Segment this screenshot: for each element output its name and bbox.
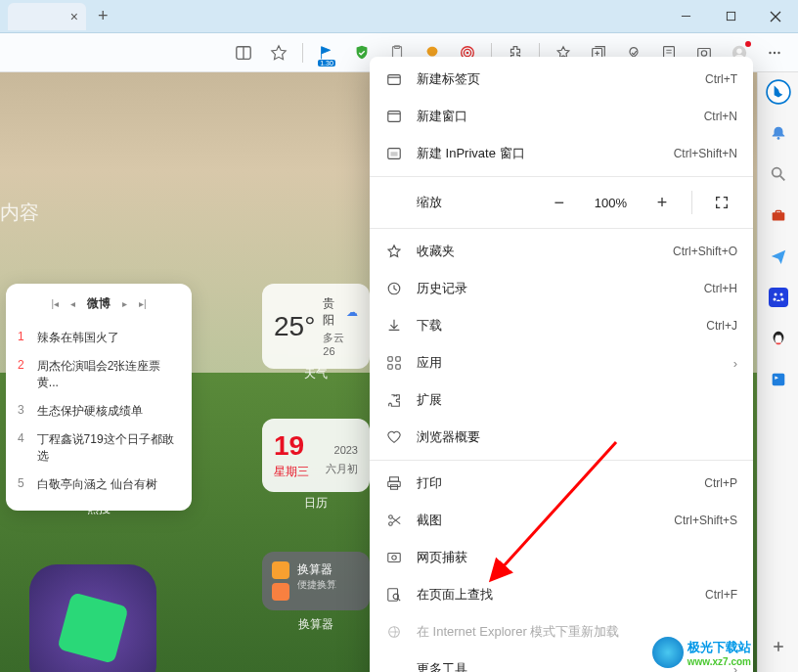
weibo-title: 微博 — [87, 295, 111, 312]
menu-find[interactable]: 在页面上查找 Ctrl+F — [370, 576, 753, 613]
menu-screenshot[interactable]: 截图 Ctrl+Shift+S — [370, 502, 753, 539]
menu-browser-essentials[interactable]: 浏览器概要 — [370, 419, 753, 456]
new-tab-button[interactable]: + — [98, 6, 109, 26]
date-lunar: 六月初 — [326, 462, 358, 476]
svg-point-60 — [392, 556, 396, 560]
svg-rect-50 — [388, 357, 392, 361]
minimize-button[interactable] — [663, 0, 708, 33]
send-icon[interactable] — [765, 243, 792, 270]
zoom-value: 100% — [595, 196, 627, 210]
menu-favorites[interactable]: 收藏夹 Ctrl+Shift+O — [370, 233, 753, 270]
flag-icon[interactable]: 1.30 — [311, 37, 342, 68]
baidu-icon[interactable] — [765, 284, 792, 311]
browser-tab[interactable]: × — [8, 3, 86, 30]
svg-rect-45 — [388, 112, 400, 122]
date-week: 星期三 — [274, 465, 309, 478]
zoom-out-button[interactable]: − — [544, 187, 575, 218]
menu-new-window[interactable]: 新建窗口 Ctrl+N — [370, 98, 753, 135]
svg-rect-48 — [390, 152, 397, 156]
svg-point-19 — [701, 50, 706, 55]
svg-point-26 — [776, 137, 779, 140]
prev-icon[interactable]: |◂ — [51, 298, 59, 309]
menu-extensions[interactable]: 扩展 — [370, 381, 753, 419]
history-icon — [385, 280, 403, 297]
list-item[interactable]: 1辣条在韩国火了 — [18, 324, 180, 352]
svg-point-21 — [736, 48, 741, 53]
bell-icon[interactable] — [765, 119, 792, 147]
converter-label: 换算器 — [262, 616, 370, 633]
menu-apps[interactable]: 应用 › — [370, 344, 753, 381]
capture-icon — [385, 549, 403, 566]
date-day: 19 — [274, 430, 304, 461]
app-icon[interactable] — [29, 564, 156, 672]
add-sidebar-icon[interactable] — [765, 633, 792, 660]
list-item[interactable]: 4丁程鑫说719这个日子都敢选 — [18, 426, 180, 470]
bing-icon[interactable] — [765, 78, 792, 106]
maximize-button[interactable] — [708, 0, 753, 33]
svg-rect-51 — [396, 357, 400, 361]
svg-point-24 — [777, 51, 779, 53]
qq-icon[interactable] — [765, 325, 792, 352]
weather-desc: 多云 26 — [323, 331, 358, 357]
edge-sidebar — [757, 72, 798, 672]
next-icon[interactable]: ▸| — [139, 298, 147, 309]
svg-point-57 — [389, 515, 393, 519]
svg-rect-59 — [388, 554, 400, 562]
close-window-button[interactable] — [753, 0, 798, 33]
puzzle-icon — [385, 391, 403, 409]
weather-location: 贵阳☁ — [323, 295, 358, 329]
zoom-label: 缩放 — [385, 194, 530, 211]
svg-point-22 — [769, 51, 771, 53]
fullscreen-button[interactable] — [706, 187, 737, 218]
list-item[interactable]: 3生态保护硬核成绩单 — [18, 397, 180, 426]
heart-pulse-icon — [385, 428, 403, 446]
svg-rect-40 — [772, 374, 784, 386]
list-item[interactable]: 2周杰伦演唱会2张连座票黄... — [18, 352, 180, 397]
converter-title: 换算器 — [297, 561, 336, 578]
svg-point-58 — [389, 522, 393, 526]
svg-point-38 — [776, 335, 777, 336]
close-icon[interactable]: × — [70, 9, 78, 24]
search-placeholder: 内容 — [0, 200, 39, 226]
settings-menu: 新建标签页 Ctrl+T 新建窗口 Ctrl+N 新建 InPrivate 窗口… — [370, 57, 753, 672]
weather-label: 天气 — [262, 366, 370, 382]
briefcase-icon[interactable] — [765, 202, 792, 229]
favorite-star-icon[interactable] — [263, 37, 294, 68]
weather-card[interactable]: 25° 贵阳☁ 多云 26 — [262, 284, 370, 369]
converter-card[interactable]: 换算器 便捷换算 — [262, 552, 370, 610]
svg-rect-30 — [776, 211, 780, 214]
weibo-card[interactable]: |◂ ◂ 微博 ▸ ▸| 1辣条在韩国火了 2周杰伦演唱会2张连座票黄... 3… — [6, 284, 192, 511]
svg-point-10 — [466, 51, 469, 54]
prev-small-icon[interactable]: ◂ — [70, 298, 75, 309]
watermark: 极光下载站 www.xz7.com — [652, 637, 751, 668]
window-titlebar: × + — [0, 0, 798, 33]
menu-history[interactable]: 历史记录 Ctrl+H — [370, 270, 753, 307]
date-year: 2023 — [334, 444, 358, 456]
svg-point-32 — [774, 293, 776, 296]
menu-downloads[interactable]: 下载 Ctrl+J — [370, 307, 753, 344]
inprivate-icon — [385, 145, 403, 162]
svg-point-23 — [774, 51, 776, 53]
menu-new-inprivate[interactable]: 新建 InPrivate 窗口 Ctrl+Shift+N — [370, 135, 753, 172]
svg-point-34 — [773, 298, 776, 301]
list-item[interactable]: 5白敬亭向涵之 仙台有树 — [18, 470, 180, 499]
svg-rect-1 — [727, 12, 734, 20]
next-small-icon[interactable]: ▸ — [122, 298, 127, 309]
scissors-icon — [385, 512, 403, 529]
more-menu-button[interactable] — [759, 37, 790, 68]
svg-rect-53 — [396, 365, 400, 369]
menu-web-capture[interactable]: 网页捕获 — [370, 539, 753, 576]
svg-rect-52 — [388, 365, 392, 369]
menu-zoom: 缩放 − 100% + — [370, 181, 753, 224]
zoom-in-button[interactable]: + — [646, 187, 678, 218]
flag-sidebar-icon[interactable] — [765, 366, 792, 393]
star-icon — [385, 243, 403, 260]
new-tab-icon — [385, 70, 403, 88]
split-screen-icon[interactable] — [228, 37, 259, 68]
menu-print[interactable]: 打印 Ctrl+P — [370, 465, 753, 502]
menu-new-tab[interactable]: 新建标签页 Ctrl+T — [370, 61, 753, 98]
download-icon — [385, 317, 403, 335]
search-sidebar-icon[interactable] — [765, 160, 792, 188]
date-card[interactable]: 192023 星期三六月初 — [262, 419, 370, 492]
date-label: 日历 — [262, 495, 370, 512]
